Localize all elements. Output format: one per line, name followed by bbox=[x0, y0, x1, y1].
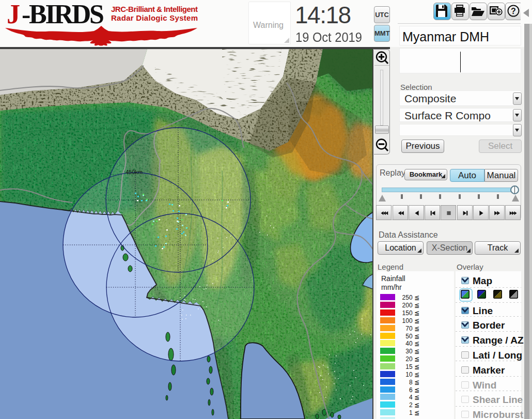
svg-text:Radar Dialogic System: Radar Dialogic System bbox=[111, 13, 198, 22]
svg-text:JRC-Brilliant & Intelligent: JRC-Brilliant & Intelligent bbox=[111, 5, 198, 13]
svg-text:J: J bbox=[7, 0, 20, 29]
svg-text:?: ? bbox=[511, 7, 516, 15]
svg-text:450km: 450km bbox=[126, 169, 143, 175]
svg-text:-BIRDS: -BIRDS bbox=[22, 0, 104, 29]
